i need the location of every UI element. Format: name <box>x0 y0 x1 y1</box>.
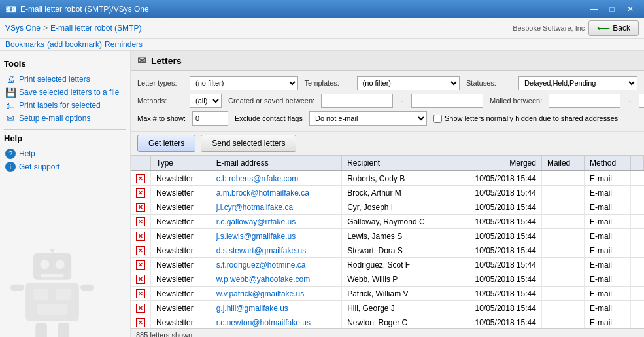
table-row[interactable]: ✕ Newsletter j.i.cyr@hotmailfake.ca Cyr,… <box>131 200 644 215</box>
svg-rect-10 <box>10 285 24 291</box>
row-icon-cell: ✕ <box>131 186 151 200</box>
row-x-icon: ✕ <box>136 188 145 198</box>
row-icon-cell: ✕ <box>131 215 151 229</box>
table-row[interactable]: ✕ Newsletter c.b.roberts@rrfake.com Robe… <box>131 171 644 186</box>
show-hidden-checkbox[interactable] <box>433 115 442 123</box>
col-method: Method <box>585 156 631 171</box>
max-input[interactable] <box>195 115 222 122</box>
status-text: 885 letters shown <box>136 331 192 337</box>
table-row[interactable]: ✕ Newsletter s.f.rodriguez@hotmine.ca Ro… <box>131 258 644 272</box>
methods-select[interactable]: (all) <box>190 94 222 108</box>
row-recipient: Patrick, William V <box>342 287 452 301</box>
bookmarks-link[interactable]: Bookmarks <box>5 40 44 49</box>
col-merged: Merged <box>452 156 541 171</box>
app-icon: 📧 <box>5 4 16 14</box>
row-type: Newsletter <box>151 315 211 329</box>
row-email: j.s.lewis@gmailfake.us <box>211 229 342 243</box>
content-area: ✉ Letters Letter types: (no filter) Temp… <box>131 51 644 337</box>
get-letters-button[interactable]: Get letters <box>137 135 195 152</box>
templates-label: Templates: <box>305 79 350 87</box>
statuses-select[interactable]: Delayed,Held,Pending <box>518 76 637 90</box>
row-mailed <box>541 171 584 186</box>
svg-rect-11 <box>80 285 94 291</box>
filter-row-3: Max # to show: Exclude contact flags Do … <box>137 111 637 126</box>
minimize-button[interactable]: — <box>585 3 602 16</box>
svg-rect-6 <box>25 283 79 321</box>
row-method: E-mail <box>585 315 631 329</box>
svg-rect-8 <box>56 289 71 300</box>
col-mailed: Mailed <box>541 156 584 171</box>
row-icon-cell: ✕ <box>131 243 151 258</box>
row-x-icon: ✕ <box>136 174 145 183</box>
row-recipient: Rodriguez, Scot F <box>342 258 452 272</box>
table-row[interactable]: ✕ Newsletter g.j.hill@gmailfake.us Hill,… <box>131 301 644 315</box>
mailed-to-input[interactable] <box>639 94 644 108</box>
sidebar-item-save-letters[interactable]: 💾 Save selected letters to a file <box>4 86 126 99</box>
created-from-input[interactable] <box>321 94 393 108</box>
maximize-button[interactable]: □ <box>603 3 620 16</box>
sidebar-item-print-labels[interactable]: 🏷 Print labels for selected <box>4 99 126 112</box>
table-body: ✕ Newsletter c.b.roberts@rrfake.com Robe… <box>131 171 644 328</box>
sidebar: Tools 🖨 Print selected letters 💾 Save se… <box>0 51 131 337</box>
table-row[interactable]: ✕ Newsletter r.c.newton@hotmailfake.us N… <box>131 315 644 329</box>
row-x-icon: ✕ <box>136 260 145 270</box>
table-row[interactable]: ✕ Newsletter r.c.galloway@rrfake.us Gall… <box>131 215 644 229</box>
mailed-label: Mailed between: <box>490 97 542 105</box>
table-row[interactable]: ✕ Newsletter w.v.patrick@gmailfake.us Pa… <box>131 287 644 301</box>
col-scroll <box>631 156 644 171</box>
company-name: Bespoke Software, Inc <box>513 24 585 32</box>
email-options-icon: ✉ <box>5 113 16 124</box>
send-selected-letters-button[interactable]: Send selected letters <box>201 135 296 152</box>
svg-rect-13 <box>58 323 69 337</box>
row-email: r.c.newton@hotmailfake.us <box>211 315 342 329</box>
row-type: Newsletter <box>151 186 211 200</box>
row-recipient: Roberts, Cody B <box>342 171 452 186</box>
table-row[interactable]: ✕ Newsletter d.s.stewart@gmailfake.us St… <box>131 243 644 258</box>
show-hidden-label[interactable]: Show letters normally hidden due to shar… <box>433 115 618 123</box>
mailed-from-input[interactable] <box>549 94 620 108</box>
letters-icon: ✉ <box>137 54 146 67</box>
sidebar-label-email-options: Setup e-mail options <box>19 114 90 123</box>
sidebar-label-support: Get support <box>19 162 60 171</box>
row-icon-cell: ✕ <box>131 315 151 329</box>
filter-section: Letter types: (no filter) Templates: (no… <box>131 71 644 132</box>
sidebar-item-help[interactable]: ? Help <box>4 147 126 160</box>
breadcrumb-current[interactable]: E-mail letter robot (SMTP) <box>50 24 141 33</box>
svg-point-5 <box>50 249 55 251</box>
main-layout: Tools 🖨 Print selected letters 💾 Save se… <box>0 51 644 337</box>
back-button[interactable]: ⟵ Back <box>588 20 639 36</box>
table-header-row: Type E-mail address Recipient Merged Mai… <box>131 156 644 171</box>
reminders-link[interactable]: Reminders <box>105 40 143 49</box>
table-row[interactable]: ✕ Newsletter w.p.webb@yahoofake.com Webb… <box>131 272 644 287</box>
breadcrumb-home[interactable]: VSys One <box>5 24 41 33</box>
row-icon-cell: ✕ <box>131 272 151 287</box>
exclude-select[interactable]: Do not e-mail <box>309 111 427 126</box>
row-merged: 10/05/2018 15:44 <box>452 215 541 229</box>
sidebar-item-support[interactable]: i Get support <box>4 160 126 173</box>
row-merged: 10/05/2018 15:44 <box>452 272 541 287</box>
svg-point-2 <box>56 260 65 269</box>
sidebar-label-help: Help <box>19 149 35 158</box>
sidebar-divider <box>4 129 126 130</box>
created-to-input[interactable] <box>411 94 483 108</box>
panel-header: ✉ Letters <box>131 51 644 71</box>
letter-types-select[interactable]: (no filter) <box>190 76 298 90</box>
sidebar-item-print-letters[interactable]: 🖨 Print selected letters <box>4 73 126 86</box>
sidebar-label-print-labels: Print labels for selected <box>19 101 101 110</box>
filter-row-2: Methods: (all) Created or saved between:… <box>137 94 637 108</box>
print-icon: 🖨 <box>5 74 16 84</box>
row-icon-cell: ✕ <box>131 287 151 301</box>
row-icon-cell: ✕ <box>131 229 151 243</box>
statuses-label: Statuses: <box>466 79 512 87</box>
table-row[interactable]: ✕ Newsletter a.m.brock@hotmailfake.ca Br… <box>131 186 644 200</box>
row-recipient: Hill, George J <box>342 301 452 315</box>
row-method: E-mail <box>585 171 631 186</box>
sidebar-item-email-options[interactable]: ✉ Setup e-mail options <box>4 112 126 125</box>
add-bookmark-link[interactable]: (add bookmark) <box>47 40 102 49</box>
close-button[interactable]: ✕ <box>622 3 639 16</box>
table-row[interactable]: ✕ Newsletter j.s.lewis@gmailfake.us Lewi… <box>131 229 644 243</box>
row-mailed <box>541 258 584 272</box>
status-bar: 885 letters shown <box>131 328 644 337</box>
row-x-icon: ✕ <box>136 217 145 226</box>
templates-select[interactable]: (no filter) <box>357 76 460 90</box>
